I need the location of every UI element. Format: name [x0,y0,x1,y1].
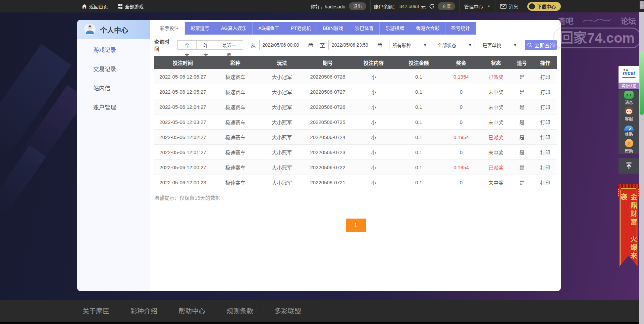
logout-button[interactable]: 退出 [349,2,366,10]
sidebar-item-游戏记录[interactable]: 游戏记录 [77,41,150,60]
tab-BBIN游戏[interactable]: BBIN游戏 [317,22,349,35]
chevron-down-icon: ▼ [468,43,472,47]
tab-PT老虎机[interactable]: PT老虎机 [285,22,317,35]
greeting-text: 你好，hadesado [307,3,349,10]
topbar-left-group: 返回首页 全部游戏 [77,0,148,12]
admin-center-menu[interactable]: 管理中心 ▼ [460,0,495,12]
download-icon: ↓ [529,3,535,9]
cell-action[interactable]: 打印 [533,84,557,99]
cell-prize: 0 [441,175,481,190]
widget-item-lines[interactable]: 线路 [619,122,639,138]
filter-row: 查询时间 今天昨天最近一周 从: 至: 所有彩种▼全部状态▼是否单挑▼ 立即查询 [154,38,557,52]
download-center-label: 下载中心 [537,3,556,10]
cert-logo[interactable]: mcai [619,66,639,83]
status-select[interactable]: 全部状态▼ [434,40,475,50]
quick-button-yesterday[interactable]: 昨天 [197,40,215,50]
cell-time: 2022-05-06 12:00:27 [154,160,211,175]
cell-status: 已派奖 [481,160,511,175]
widget-item-messages[interactable]: 消息 [619,90,639,106]
sidebar-item-站内信[interactable]: 站内信 [77,79,150,98]
status-select-value: 全部状态 [437,42,456,48]
calendar-icon[interactable] [377,43,382,48]
tab-乐游棋牌[interactable]: 乐游棋牌 [380,22,410,35]
to-label: 至: [320,42,326,49]
all-games-link[interactable]: 全部游戏 [113,0,148,12]
cell-action[interactable]: 打印 [533,69,557,84]
widget-item-label: 客服 [625,116,633,122]
cell-action[interactable]: 打印 [533,145,557,160]
footer-link-帮助中心[interactable]: 帮助中心 [168,308,216,315]
cell-amount: 0.1 [396,84,441,99]
cell-action[interactable]: 打印 [533,130,557,145]
watermark: 杏吧 论坛 回家74.com [553,15,641,48]
column-header-奖金: 奖金 [441,56,481,69]
table-row: 2022-05-06 12:00:23极速赛车大小冠军20220506-0721… [154,175,557,190]
bets-table: 投注时间彩种玩法期号投注内容投注金额奖金状态追号操作 2022-05-06 12… [154,56,557,190]
cell-play: 大小冠军 [259,114,305,130]
tab-香港六合彩[interactable]: 香港六合彩 [410,22,445,35]
cell-lottery: 极速赛车 [211,114,259,130]
footer-link-规则条款[interactable]: 规则条款 [216,308,264,315]
cell-action[interactable]: 打印 [533,160,557,175]
tab-彩票投注[interactable]: 彩票投注 [154,22,185,35]
from-date-input[interactable] [262,42,303,48]
column-header-投注内容: 投注内容 [351,56,396,69]
content-area: 彩票投注彩票追号AG真人娱乐AG捕鱼王PT老虎机BBIN游戏沙巴体育乐游棋牌香港… [150,22,561,232]
cell-content: 小 [351,99,396,114]
quick-button-today[interactable]: 今天 [177,40,197,50]
widget-item-help[interactable]: 帮助 [619,138,639,154]
footer-link-彩种介绍[interactable]: 彩种介绍 [120,308,168,315]
table-header-row: 投注时间彩种玩法期号投注内容投注金额奖金状态追号操作 [154,56,557,69]
home-link[interactable]: 返回首页 [77,0,113,12]
back-to-top-button[interactable] [619,158,639,174]
quick-button-last-week[interactable]: 最近一周 [215,40,243,50]
cell-lottery: 极速赛车 [211,130,259,145]
home-icon [82,4,87,9]
cell-action[interactable]: 打印 [533,99,557,114]
promo-banner[interactable]: 金鼎财富 火爆来袭 [618,184,639,267]
tab-盈亏统计[interactable]: 盈亏统计 [445,22,476,35]
tab-AG真人娱乐[interactable]: AG真人娱乐 [215,22,253,35]
refresh-icon[interactable] [429,4,434,9]
to-date-input[interactable] [331,42,372,48]
search-button[interactable]: 立即查询 [525,40,557,50]
cell-prize: 0 [441,99,481,114]
cell-chase: 是 [511,114,533,130]
widget-item-service[interactable]: 客服 [619,106,639,122]
retention-note: 温馨提示：仅保留15天的数据 [154,194,557,201]
cell-content: 小 [351,69,396,84]
sidebar-item-交易记录[interactable]: 交易记录 [77,60,150,79]
single-pick-select[interactable]: 是否单挑▼ [479,40,520,50]
lottery-type-select[interactable]: 所有彩种▼ [389,40,430,50]
calendar-icon[interactable] [308,43,313,48]
scrollbar-thumb[interactable] [640,50,644,115]
cell-play: 大小冠军 [259,99,305,114]
messages-label: 消息 [509,3,518,10]
girl-icon [625,106,633,115]
table-row: 2022-05-06 12:03:27极速赛车大小冠军20220506-0725… [154,114,557,130]
tab-沙巴体育[interactable]: 沙巴体育 [349,22,380,35]
search-button-label: 立即查询 [535,42,555,49]
download-center-button[interactable]: ↓ 下载中心 [527,2,561,11]
cell-action[interactable]: 打印 [533,114,557,130]
table-body: 2022-05-06 12:06:27极速赛车大小冠军20220506-0728… [154,69,557,190]
footer-link-关于摩臣[interactable]: 关于摩臣 [80,308,120,315]
sidebar-item-账户管理[interactable]: 账户管理 [77,98,150,117]
cell-issue: 20220506-0725 [305,114,351,130]
scrollbar-up-arrow[interactable]: ▲ [640,1,644,9]
footer-link-多彩联盟[interactable]: 多彩联盟 [264,308,312,315]
tab-AG捕鱼王[interactable]: AG捕鱼王 [253,22,285,35]
recharge-button[interactable]: 充值 [438,2,455,10]
cell-amount: 0.1 [396,99,441,114]
cell-status: 已派奖 [481,69,511,84]
messages-link[interactable]: 消息 [495,0,523,12]
from-date-box [259,40,316,50]
column-header-操作: 操作 [533,56,557,69]
cell-action[interactable]: 打印 [533,175,557,190]
page-button-1[interactable]: 1 [346,219,366,232]
cell-amount: 0.1 [396,175,441,190]
main-card: 个人中心 游戏记录交易记录站内信账户管理 彩票投注彩票追号AG真人娱乐AG捕鱼王… [77,20,561,291]
column-header-投注时间: 投注时间 [154,56,211,69]
cell-issue: 20220506-0728 [305,69,351,84]
tab-彩票追号[interactable]: 彩票追号 [185,22,215,35]
